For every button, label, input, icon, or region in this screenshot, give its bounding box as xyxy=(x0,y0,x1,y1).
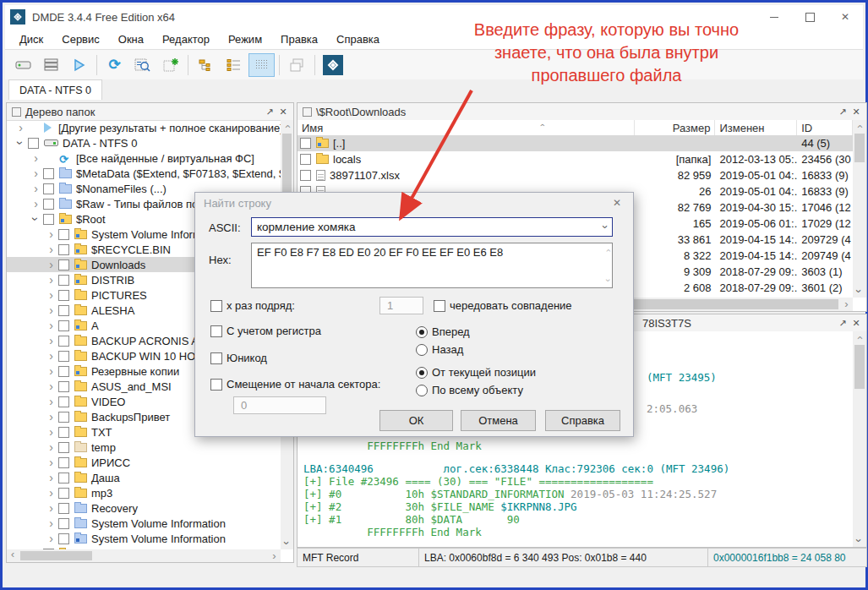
tree-item-checkbox[interactable] xyxy=(58,518,69,529)
expander-icon[interactable] xyxy=(44,441,58,454)
tree-item-checkbox[interactable] xyxy=(58,320,69,331)
expander-icon[interactable] xyxy=(14,137,28,150)
tree-item-checkbox[interactable] xyxy=(43,183,54,194)
alternate-checkbox[interactable] xyxy=(434,300,445,312)
tree-item-checkbox[interactable] xyxy=(58,442,69,453)
menu-item[interactable]: Режим xyxy=(219,30,271,48)
expander-icon[interactable] xyxy=(44,533,58,545)
combo-dropdown-icon[interactable] xyxy=(599,225,610,228)
panel-maximize-icon[interactable] xyxy=(263,107,276,117)
expander-icon[interactable] xyxy=(29,183,43,195)
expander-icon[interactable] xyxy=(44,472,58,484)
panel-close-icon[interactable] xyxy=(849,318,863,329)
tree-item-checkbox[interactable] xyxy=(58,381,69,392)
tree-item-checkbox[interactable] xyxy=(58,275,69,286)
ok-button[interactable]: ОК xyxy=(379,410,453,431)
tree-item-checkbox[interactable] xyxy=(58,457,69,468)
tree-item-checkbox[interactable] xyxy=(58,427,69,438)
tree-item-checkbox[interactable] xyxy=(43,214,54,225)
whole-object-radio[interactable] xyxy=(416,385,428,396)
expander-icon[interactable] xyxy=(44,335,58,347)
tree-item[interactable]: mp3 xyxy=(7,485,281,500)
tree-item[interactable]: $MetaData ($Extend, $F07183, $Extend, $M… xyxy=(7,166,281,181)
expander-icon[interactable] xyxy=(14,122,28,134)
expander-icon[interactable] xyxy=(29,198,43,210)
column-name[interactable]: Имя xyxy=(298,120,635,135)
expander-icon[interactable] xyxy=(44,350,58,363)
tree-item-checkbox[interactable] xyxy=(28,138,39,149)
tree-item-checkbox[interactable] xyxy=(58,244,69,255)
maximize-button[interactable] xyxy=(792,5,827,29)
expander-icon[interactable] xyxy=(44,304,58,317)
menu-item[interactable]: Диск xyxy=(10,30,52,48)
tree-item[interactable]: Recovery xyxy=(7,500,281,516)
panel-maximize-icon[interactable] xyxy=(836,318,849,329)
file-row[interactable]: [..] 44 (5) xyxy=(298,135,853,151)
file-checkbox[interactable] xyxy=(300,138,311,149)
tree-item[interactable]: temp xyxy=(7,440,281,455)
partitions-icon[interactable] xyxy=(38,53,64,77)
help-button[interactable]: Справка xyxy=(545,410,620,431)
search-sector-icon[interactable] xyxy=(129,53,156,77)
times-input[interactable]: 1 xyxy=(379,297,423,314)
file-vscrollbar[interactable] xyxy=(853,120,866,298)
back-radio[interactable] xyxy=(416,344,428,356)
column-size[interactable]: Размер xyxy=(635,120,716,135)
dialog-close-icon[interactable] xyxy=(608,196,626,211)
case-checkbox[interactable] xyxy=(210,325,222,337)
tab-data-ntfs0[interactable]: DATA - NTFS 0 xyxy=(8,79,102,100)
tree-item[interactable]: System Volume Information xyxy=(7,516,281,531)
tree-item-checkbox[interactable] xyxy=(58,412,69,423)
forward-radio[interactable] xyxy=(416,326,428,338)
tree-item[interactable]: [Все найденные / виртуальная ФС] xyxy=(7,150,281,166)
file-row[interactable]: locals [папка] 2012-03-13 05:... 23456 (… xyxy=(298,151,853,167)
editor-vscrollbar[interactable] xyxy=(853,331,866,547)
expander-icon[interactable] xyxy=(44,259,58,271)
close-button[interactable] xyxy=(827,5,863,29)
tree-item-checkbox[interactable] xyxy=(58,229,69,240)
menu-item[interactable]: Окна xyxy=(109,30,153,48)
expander-icon[interactable] xyxy=(29,152,43,165)
expander-icon[interactable] xyxy=(44,426,58,439)
tree-item[interactable]: Даша xyxy=(7,470,281,485)
device-select-icon[interactable] xyxy=(10,53,36,77)
scroll-down-icon[interactable] xyxy=(604,279,614,282)
expander-icon[interactable] xyxy=(44,365,58,378)
offset-checkbox[interactable] xyxy=(210,379,222,391)
file-row[interactable]: 38971107.xlsx 82 959 2019-05-01 04:... 1… xyxy=(298,167,853,183)
offset-input[interactable]: 0 xyxy=(233,396,326,414)
tree-item[interactable]: [Другие результаты + полное сканирование… xyxy=(7,120,281,135)
ascii-input[interactable]: кормление хомяка xyxy=(251,217,613,237)
tree-item-checkbox[interactable] xyxy=(58,366,69,377)
expander-icon[interactable] xyxy=(44,289,58,302)
dmde-logo-icon[interactable] xyxy=(319,53,346,77)
tree-item-checkbox[interactable] xyxy=(58,259,69,270)
tree-item[interactable]: System Volume Information xyxy=(7,531,281,546)
expander-icon[interactable] xyxy=(29,213,43,226)
menu-item[interactable]: Справка xyxy=(327,30,389,48)
tree-item-checkbox[interactable] xyxy=(43,199,54,210)
file-checkbox[interactable] xyxy=(300,170,311,181)
from-current-radio[interactable] xyxy=(416,367,428,379)
panel-close-icon[interactable] xyxy=(276,107,290,117)
menu-item[interactable]: Сервис xyxy=(52,30,109,48)
menu-item[interactable]: Правка xyxy=(271,30,327,48)
expander-icon[interactable] xyxy=(44,411,58,423)
expander-icon[interactable] xyxy=(44,396,58,408)
file-checkbox[interactable] xyxy=(300,154,311,165)
scroll-up-icon[interactable] xyxy=(604,249,614,253)
tree-item-checkbox[interactable] xyxy=(58,533,69,544)
cancel-button[interactable]: Отмена xyxy=(461,410,536,431)
menu-item[interactable]: Редактор xyxy=(153,30,219,48)
column-id[interactable]: ID xyxy=(797,120,853,135)
expander-icon[interactable] xyxy=(44,517,58,530)
tree-item-checkbox[interactable] xyxy=(58,488,69,499)
expander-icon[interactable] xyxy=(44,320,58,332)
refresh-icon[interactable] xyxy=(101,53,128,77)
tree-hscrollbar[interactable] xyxy=(7,549,281,562)
expander-icon[interactable] xyxy=(44,456,58,469)
panel-maximize-icon[interactable] xyxy=(836,107,849,117)
panel-close-icon[interactable] xyxy=(849,107,863,117)
tree-item-checkbox[interactable] xyxy=(58,351,69,362)
tree-item-checkbox[interactable] xyxy=(58,396,69,407)
